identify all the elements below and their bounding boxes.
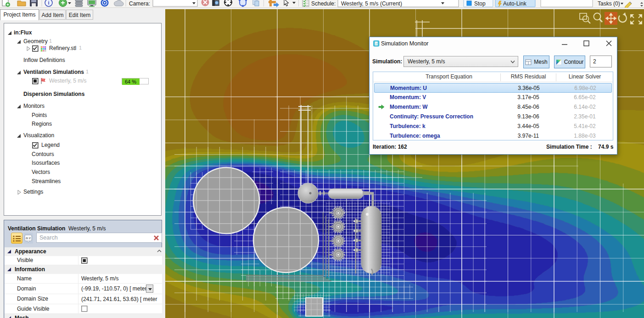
svg-text:i: i xyxy=(48,0,49,6)
svg-text:Camera:: Camera: xyxy=(129,0,150,7)
svg-text:Auto-Link: Auto-Link xyxy=(503,0,527,7)
svg-text:Tasks (0): Tasks (0) xyxy=(598,0,620,7)
svg-text:Westerly, 5 m/s (Current): Westerly, 5 m/s (Current) xyxy=(341,0,402,7)
svg-text:Schedule:: Schedule: xyxy=(311,0,336,7)
svg-text:a·z: a·z xyxy=(26,236,31,240)
svg-text:Stop: Stop xyxy=(474,0,486,7)
